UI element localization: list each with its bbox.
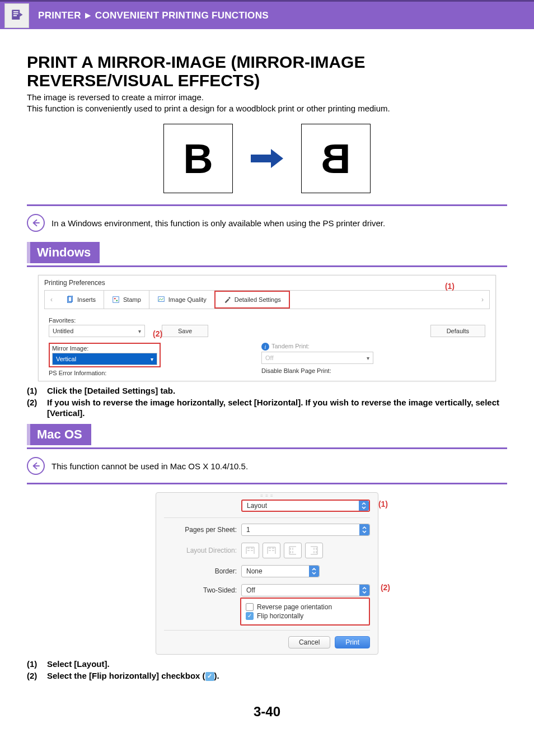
pages-per-sheet-label: Pages per Sheet: [164,526,237,534]
divider [27,447,507,449]
windows-screenshot: Printing Preferences (1) ‹ Inserts Stamp… [38,275,496,381]
macos-heading: Mac OS [27,424,91,445]
mirror-image-select[interactable]: Vertical▾ [52,353,157,365]
page-title: PRINT A MIRROR-IMAGE (MIRROR-IMAGE REVER… [27,53,507,90]
note-windows-text: In a Windows environment, this function … [51,218,385,228]
panel-select[interactable]: Layout [241,500,370,512]
printer-chapter-icon [4,3,29,28]
note-back-icon [27,214,45,232]
svg-rect-1 [13,11,18,12]
border-label: Border: [164,567,237,575]
tab-inserts-label: Inserts [77,296,96,303]
callout-2: (2) [153,329,162,338]
mirror-image-group: Mirror Image: Vertical▾ [49,343,161,367]
breadcrumb: PRINTER►CONVENIENT PRINTING FUNCTIONS [38,10,269,21]
defaults-button-label: Defaults [447,328,469,334]
breadcrumb-arrow-icon: ► [83,10,93,21]
cancel-button[interactable]: Cancel [288,636,330,648]
mac-steps: (1)Select [Layout]. (2)Select the [Flip … [27,659,507,682]
ps-error-label: PS Error Information: [49,370,161,376]
mirrored-letter: B [321,135,350,183]
disable-blank-print-label: Disable Blank Page Print: [261,367,373,374]
checkbox-checked-icon [205,672,214,681]
tab-image-quality-label: Image Quality [168,296,207,303]
border-select[interactable]: None [241,565,320,577]
chevron-down-icon: ▾ [367,355,369,361]
note-back-icon [27,457,45,475]
win-window-title: Printing Preferences [39,276,495,289]
step-number: (1) [27,386,44,396]
windows-step-1: Click the [Detailed Settings] tab. [47,386,507,396]
svg-rect-6 [113,297,119,303]
two-sided-value: Off [246,586,255,594]
tab-stamp-label: Stamp [123,296,141,303]
tab-detailed-settings[interactable]: Detailed Settings [214,291,290,309]
svg-rect-3 [13,15,17,16]
layout-dir-2[interactable] [263,543,280,558]
mac-grip: ≡ ≡ ≡ [156,493,378,498]
mac-callout-1: (1) [378,500,388,508]
favorites-select[interactable]: Untitled▾ [49,325,145,337]
panel-select-value: Layout [247,502,267,510]
mac-callout-2: (2) [381,583,390,592]
svg-point-7 [114,298,116,300]
detailed-settings-icon [223,296,231,304]
layout-direction-label: Layout Direction: [164,547,237,554]
tab-image-quality[interactable]: Image Quality [149,291,215,309]
info-icon: i [261,343,269,351]
pages-per-sheet-value: 1 [246,526,250,534]
tab-inserts[interactable]: Inserts [58,291,104,309]
border-value: None [246,567,263,575]
updown-icon [359,524,369,535]
cancel-button-label: Cancel [299,638,320,646]
two-sided-select[interactable]: Off [241,584,370,596]
tab-detailed-settings-label: Detailed Settings [235,296,281,303]
illustration-before: B [163,124,233,193]
windows-steps: (1)Click the [Detailed Settings] tab. (2… [27,386,507,418]
updown-icon [309,566,319,577]
layout-dir-1[interactable] [241,543,259,558]
reverse-orientation-label: Reverse page orientation [257,603,332,611]
note-macos: This function cannot be used in Mac OS X… [27,457,507,475]
header-bar: PRINTER►CONVENIENT PRINTING FUNCTIONS [0,0,534,29]
breadcrumb-section: PRINTER [38,10,81,21]
win-tab-strip: (1) ‹ Inserts Stamp Image Quality Detail… [44,290,490,309]
print-button-label: Print [345,638,359,646]
stamp-icon [112,296,120,304]
chevron-down-icon: ▾ [151,356,153,362]
updown-icon [359,501,369,511]
svg-point-8 [116,300,118,301]
save-button[interactable]: Save [162,325,208,337]
tab-scroll-right[interactable]: › [476,291,489,309]
defaults-button[interactable]: Defaults [430,325,485,337]
print-button[interactable]: Print [335,636,370,648]
mac-step-2: Select the [Flip horizontally] checkbox … [47,671,507,682]
step-number: (1) [27,659,44,670]
pages-per-sheet-select[interactable]: 1 [241,524,370,536]
layout-dir-4[interactable] [305,543,323,558]
mac-step-1: Select [Layout]. [47,659,507,670]
description: The image is reversed to create a mirror… [27,92,507,114]
svg-rect-9 [158,297,165,302]
tandem-print-select: Off▾ [261,352,373,364]
description-line1: The image is reversed to create a mirror… [27,92,204,102]
flip-horizontally-label: Flip horizontally [257,612,303,620]
breadcrumb-page: CONVENIENT PRINTING FUNCTIONS [95,10,269,21]
step-number: (2) [27,671,44,682]
updown-icon [359,585,369,596]
mirror-image-label: Mirror Image: [52,345,157,352]
inserts-icon [66,296,74,304]
reverse-orientation-checkbox[interactable] [246,603,254,611]
flip-options: Reverse page orientation Flip horizontal… [240,598,370,626]
tab-stamp[interactable]: Stamp [104,291,149,309]
layout-dir-3[interactable] [284,543,302,558]
windows-step-2: If you wish to reverse the image horizon… [47,398,507,419]
tandem-print-label: iTandem Print: [261,343,373,351]
flip-horizontally-checkbox[interactable] [246,612,254,620]
tab-scroll-left[interactable]: ‹ [45,291,58,309]
chevron-down-icon: ▾ [138,328,141,334]
note-macos-text: This function cannot be used in Mac OS X… [51,461,248,471]
two-sided-label: Two-Sided: [164,586,237,594]
favorites-label: Favorites: [49,317,145,324]
mirror-image-value: Vertical [56,356,76,362]
